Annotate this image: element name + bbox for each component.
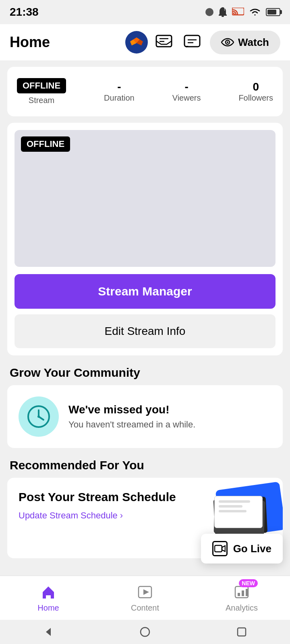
- viewers-stat: - Viewers: [172, 80, 201, 103]
- watch-button[interactable]: Watch: [210, 31, 280, 54]
- notification-icon: !: [218, 6, 227, 18]
- svg-marker-26: [46, 628, 51, 636]
- nav-home[interactable]: Home: [0, 583, 97, 613]
- svg-rect-28: [238, 628, 246, 636]
- chat-button[interactable]: [182, 32, 203, 53]
- nav-content[interactable]: Content: [97, 583, 193, 613]
- inbox-button[interactable]: [153, 32, 174, 53]
- edit-stream-button[interactable]: Edit Stream Info: [14, 314, 276, 348]
- svg-rect-10: [184, 35, 200, 47]
- svg-point-14: [227, 41, 228, 43]
- offline-badge: OFFLINE: [17, 78, 66, 93]
- stream-status: OFFLINE Stream: [17, 78, 66, 105]
- clock-icon: [27, 405, 51, 429]
- svg-point-27: [141, 627, 149, 636]
- svg-marker-21: [143, 589, 149, 595]
- stream-manager-button[interactable]: Stream Manager: [14, 274, 276, 309]
- nav-analytics[interactable]: NEW Analytics: [193, 583, 290, 613]
- stream-preview-card: OFFLINE Stream Manager Edit Stream Info: [7, 123, 283, 355]
- svg-point-18: [37, 415, 40, 418]
- stream-status-card: OFFLINE Stream - Duration - Viewers 0 Fo…: [7, 67, 283, 116]
- chevron-right-icon: ›: [120, 510, 123, 521]
- go-live-label[interactable]: Go Live: [233, 543, 271, 555]
- battery-icon: [266, 8, 280, 16]
- android-nav: [0, 620, 290, 644]
- header: Home: [0, 24, 290, 60]
- viewers-label: Viewers: [172, 93, 201, 102]
- home-nav-label: Home: [37, 603, 59, 613]
- go-live-popup: Go Live: [201, 534, 283, 564]
- community-text: We've missed you! You haven't streamed i…: [68, 403, 195, 430]
- wifi-icon: [249, 8, 261, 17]
- chat-icon: [184, 35, 201, 50]
- clock-icon-container: [19, 396, 59, 437]
- community-section-title: Grow Your Community: [0, 362, 290, 385]
- svg-rect-19: [215, 545, 222, 552]
- inbox-icon: [155, 35, 172, 50]
- eye-icon: [221, 38, 234, 47]
- svg-text:!: !: [224, 7, 225, 11]
- svg-rect-25: [246, 589, 248, 596]
- followers-label: Followers: [238, 93, 273, 102]
- viewers-value: -: [172, 80, 201, 93]
- content-icon: [136, 583, 154, 601]
- stream-status-row: OFFLINE Stream - Duration - Viewers 0 Fo…: [17, 78, 273, 105]
- preview-offline-badge: OFFLINE: [21, 136, 70, 152]
- page-title: Home: [10, 34, 120, 51]
- recommended-section-title: Recommended For You: [0, 454, 290, 478]
- new-badge: NEW: [239, 579, 258, 587]
- nav-bar: Home Content NEW Analytics: [0, 576, 290, 620]
- svg-rect-23: [238, 593, 240, 596]
- community-heading: We've missed you!: [68, 403, 195, 416]
- home-icon: [39, 583, 57, 601]
- duration-value: -: [104, 80, 135, 93]
- recents-button[interactable]: [236, 626, 247, 638]
- header-icons: Watch: [153, 31, 280, 54]
- analytics-icon-container: NEW: [233, 583, 251, 601]
- status-bar: 21:38 !: [0, 0, 290, 24]
- community-card: We've missed you! You haven't streamed i…: [7, 385, 283, 448]
- community-subtext: You haven't streamed in a while.: [68, 419, 195, 430]
- analytics-nav-label: Analytics: [226, 603, 258, 613]
- stream-label: Stream: [17, 96, 66, 105]
- watch-label: Watch: [238, 36, 269, 49]
- content-nav-label: Content: [131, 603, 159, 613]
- back-icon: [43, 626, 54, 638]
- followers-stat: 0 Followers: [238, 80, 273, 103]
- followers-value: 0: [238, 80, 273, 93]
- app-logo: [125, 31, 148, 54]
- duration-stat: - Duration: [104, 80, 135, 103]
- svg-rect-0: [222, 16, 224, 17]
- home-hw-icon: [139, 626, 151, 638]
- stream-preview-area: OFFLINE: [14, 130, 276, 267]
- svg-rect-24: [242, 590, 244, 596]
- circle-icon: [205, 8, 213, 16]
- back-button[interactable]: [43, 626, 54, 638]
- status-icons: !: [205, 6, 280, 18]
- duration-label: Duration: [104, 93, 135, 102]
- cast-icon: [232, 8, 244, 17]
- status-time: 21:38: [10, 6, 39, 19]
- home-hw-button[interactable]: [139, 626, 151, 638]
- recents-icon: [236, 626, 247, 638]
- go-live-camera-icon: [212, 541, 228, 556]
